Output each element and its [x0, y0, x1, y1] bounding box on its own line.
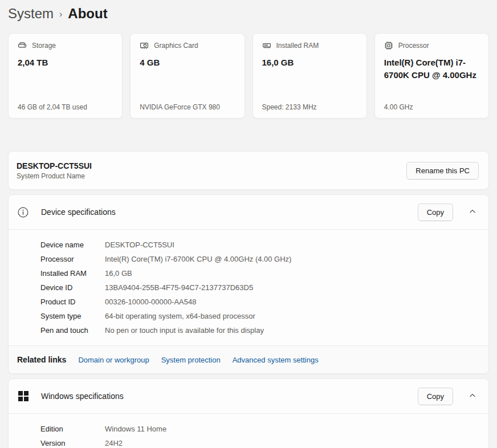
- breadcrumb: System › About: [8, 5, 489, 23]
- spec-label: System type: [40, 312, 105, 320]
- graphics-card-detail: NVIDIA GeForce GTX 980: [140, 103, 235, 111]
- spec-row-processor: Processor Intel(R) Core(TM) i7-6700K CPU…: [40, 252, 479, 266]
- device-name-card: DESKTOP-CCT5SUI System Product Name Rena…: [8, 151, 489, 190]
- spec-value: 64-bit operating system, x64-based proce…: [105, 312, 255, 320]
- about-page: System › About Storage 2,04 TB 46 GB of …: [0, 0, 497, 448]
- storage-card-value: 2,04 TB: [18, 56, 113, 69]
- spec-value: Intel(R) Core(TM) i7-6700K CPU @ 4.00GHz…: [105, 255, 291, 263]
- windows-specifications-body: Edition Windows 11 Home Version 24H2: [9, 413, 488, 448]
- spec-row-product-id: Product ID 00326-10000-00000-AA548: [40, 295, 479, 309]
- spec-row-pen-and-touch: Pen and touch No pen or touch input is a…: [40, 323, 479, 337]
- advanced-system-settings-link[interactable]: Advanced system settings: [233, 356, 319, 364]
- chevron-up-icon: [469, 392, 476, 401]
- graphics-card-label: Graphics Card: [154, 42, 198, 50]
- storage-icon: [18, 41, 27, 50]
- device-specifications-expander: Device specifications Copy Device name D…: [8, 194, 489, 374]
- spec-value: DESKTOP-CCT5SUI: [105, 241, 174, 249]
- processor-card: Processor Intel(R) Core(TM) i7-6700K CPU…: [374, 33, 489, 119]
- spec-row-version: Version 24H2: [40, 436, 479, 448]
- device-name: DESKTOP-CCT5SUI: [17, 161, 92, 170]
- spec-value: 24H2: [105, 439, 123, 447]
- windows-specifications-expander: Windows specifications Copy Edition Wind…: [8, 378, 489, 448]
- spec-label: Product ID: [40, 298, 105, 306]
- device-specifications-body: Device name DESKTOP-CCT5SUI Processor In…: [9, 229, 488, 345]
- spec-label: Version: [40, 439, 105, 447]
- windows-logo-icon: [18, 391, 28, 401]
- device-specifications-title: Device specifications: [41, 207, 418, 217]
- installed-ram-detail: Speed: 2133 MHz: [262, 103, 357, 111]
- storage-card-detail: 46 GB of 2,04 TB used: [18, 103, 113, 111]
- windows-specifications-header[interactable]: Windows specifications Copy: [9, 379, 488, 413]
- spec-label: Edition: [40, 425, 105, 433]
- graphics-card-value: 4 GB: [140, 56, 235, 69]
- graphics-card-card: Graphics Card 4 GB NVIDIA GeForce GTX 98…: [130, 33, 245, 119]
- info-icon: [18, 207, 28, 218]
- stat-cards-row: Storage 2,04 TB 46 GB of 2,04 TB used Gr…: [8, 33, 489, 119]
- spec-row-edition: Edition Windows 11 Home: [40, 422, 479, 436]
- related-links-row: Related links Domain or workgroup System…: [9, 345, 488, 373]
- processor-label: Processor: [398, 42, 429, 50]
- device-name-block: DESKTOP-CCT5SUI System Product Name: [17, 161, 92, 180]
- spec-value: No pen or touch input is available for t…: [105, 326, 264, 335]
- spec-label: Processor: [40, 255, 105, 263]
- domain-or-workgroup-link[interactable]: Domain or workgroup: [78, 356, 149, 364]
- processor-header: Processor: [384, 41, 479, 50]
- device-specs-copy-button[interactable]: Copy: [418, 203, 453, 221]
- installed-ram-value: 16,0 GB: [262, 56, 357, 69]
- spec-row-device-id: Device ID 13BA9404-255B-4F75-94C7-213773…: [40, 280, 479, 295]
- spec-row-installed-ram: Installed RAM 16,0 GB: [40, 266, 479, 280]
- graphics-card-header: Graphics Card: [140, 41, 235, 50]
- installed-ram-label: Installed RAM: [276, 42, 319, 50]
- spec-value: 13BA9404-255B-4F75-94C7-2137737D63D5: [105, 283, 253, 292]
- installed-ram-header: Installed RAM: [262, 41, 357, 50]
- gpu-icon: [140, 41, 149, 50]
- related-links-label: Related links: [17, 355, 66, 364]
- device-specs-collapse-button[interactable]: [466, 205, 479, 220]
- spec-label: Device name: [40, 241, 105, 249]
- ram-icon: [262, 41, 271, 50]
- breadcrumb-system[interactable]: System: [8, 6, 54, 22]
- breadcrumb-separator-icon: ›: [59, 8, 62, 19]
- storage-card-header: Storage: [18, 41, 113, 50]
- storage-card-label: Storage: [32, 42, 56, 50]
- processor-detail: 4.00 GHz: [384, 103, 479, 111]
- spec-label: Installed RAM: [40, 269, 105, 278]
- spec-row-system-type: System type 64-bit operating system, x64…: [40, 309, 479, 323]
- chevron-up-icon: [469, 208, 476, 217]
- rename-pc-button[interactable]: Rename this PC: [406, 162, 479, 180]
- processor-value: Intel(R) Core(TM) i7-6700K CPU @ 4.00GHz: [384, 56, 479, 82]
- device-product-name: System Product Name: [17, 172, 92, 180]
- system-protection-link[interactable]: System protection: [161, 356, 221, 364]
- spec-value: 00326-10000-00000-AA548: [105, 298, 196, 306]
- spec-row-device-name: Device name DESKTOP-CCT5SUI: [40, 238, 479, 252]
- spec-value: Windows 11 Home: [105, 425, 166, 433]
- storage-card: Storage 2,04 TB 46 GB of 2,04 TB used: [8, 33, 123, 119]
- windows-specifications-title: Windows specifications: [41, 392, 418, 401]
- windows-specs-collapse-button[interactable]: [466, 389, 479, 404]
- windows-specs-copy-button[interactable]: Copy: [418, 388, 453, 405]
- installed-ram-card: Installed RAM 16,0 GB Speed: 2133 MHz: [252, 33, 367, 119]
- processor-icon: [384, 41, 393, 50]
- spec-label: Pen and touch: [40, 326, 105, 335]
- spec-label: Device ID: [40, 283, 105, 292]
- breadcrumb-about: About: [68, 6, 107, 22]
- spec-value: 16,0 GB: [105, 269, 132, 278]
- device-specifications-header[interactable]: Device specifications Copy: [9, 195, 488, 229]
